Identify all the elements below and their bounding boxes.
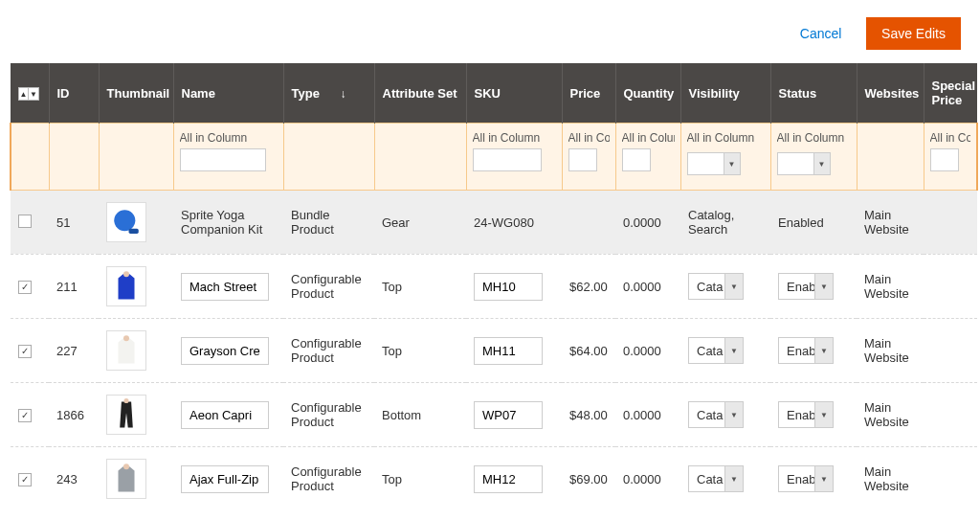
status-select[interactable]: Enab▼ <box>778 401 834 428</box>
header-special-price[interactable]: Special Price <box>924 63 977 124</box>
filter-name-input[interactable] <box>180 148 266 171</box>
filter-qty-cell: All in Column <box>615 124 680 191</box>
header-websites[interactable]: Websites <box>857 63 924 124</box>
row-checkbox[interactable] <box>18 215 32 228</box>
svg-point-2 <box>123 271 129 277</box>
filter-status-select[interactable]: ▼ <box>777 152 831 175</box>
cell-price <box>562 191 615 255</box>
cell-special-price <box>924 383 977 447</box>
action-bar: Cancel Save Edits <box>10 10 970 63</box>
status-select[interactable]: Enab▼ <box>778 273 834 300</box>
cell-status: Enab▼ <box>770 447 857 511</box>
svg-rect-1 <box>129 229 139 234</box>
cell-name <box>173 447 283 511</box>
cell-price: $64.00 <box>562 319 615 383</box>
visibility-select[interactable]: Cata▼ <box>688 465 744 492</box>
name-input[interactable] <box>181 273 269 301</box>
filter-sku-input[interactable] <box>473 148 542 171</box>
cell-websites: Main Website <box>857 383 924 447</box>
header-thumbnail[interactable]: Thumbnail <box>99 63 173 124</box>
chevron-down-icon[interactable]: ▼ <box>724 273 744 300</box>
cancel-button[interactable]: Cancel <box>794 25 848 42</box>
cell-visibility: Catalog, Search <box>680 191 770 255</box>
header-type-label: Type <box>292 86 320 101</box>
cell-attribute-set: Gear <box>374 191 466 255</box>
chevron-down-icon[interactable]: ▼ <box>724 152 741 175</box>
save-edits-button[interactable]: Save Edits <box>866 17 961 50</box>
name-input[interactable] <box>181 401 269 429</box>
cell-sku <box>466 319 562 383</box>
header-sku[interactable]: SKU <box>466 63 562 124</box>
chevron-down-icon[interactable]: ▼ <box>724 465 744 492</box>
cell-id: 1866 <box>49 383 99 447</box>
header-attribute-set[interactable]: Attribute Set <box>374 63 466 124</box>
filter-label: All in Column <box>180 131 278 145</box>
filter-row: All in Column All in Column All in Colum… <box>11 124 977 191</box>
header-quantity[interactable]: Quantity <box>615 63 680 124</box>
sku-input[interactable] <box>474 465 543 493</box>
chevron-down-icon[interactable]: ▼ <box>814 465 834 492</box>
svg-point-5 <box>123 463 129 469</box>
chevron-down-icon[interactable]: ▼ <box>813 152 831 175</box>
header-select-all[interactable]: ▲▼ <box>11 63 49 124</box>
filter-label: All in Column <box>622 131 675 145</box>
cell-type: Configurable Product <box>283 447 374 511</box>
row-checkbox[interactable]: ✓ <box>18 281 32 294</box>
cell-attribute-set: Top <box>374 319 466 383</box>
select-all-toggle[interactable]: ▲▼ <box>18 87 39 101</box>
row-checkbox[interactable]: ✓ <box>18 473 32 486</box>
name-input[interactable] <box>181 337 269 365</box>
chevron-down-icon[interactable]: ▼ <box>724 401 744 428</box>
svg-point-4 <box>123 398 128 403</box>
status-select[interactable]: Enab▼ <box>778 465 834 492</box>
cell-visibility: Cata▼ <box>680 319 770 383</box>
cell-special-price <box>924 319 977 383</box>
filter-visibility-cell: All in Column ▼ <box>680 124 770 191</box>
header-visibility[interactable]: Visibility <box>680 63 770 124</box>
row-checkbox[interactable]: ✓ <box>18 345 32 358</box>
cell-id: 243 <box>49 447 99 511</box>
table-header-row: ▲▼ ID Thumbnail Name Type ↓ Attribute Se… <box>11 63 977 124</box>
chevron-down-icon[interactable]: ▼ <box>814 337 834 364</box>
chevron-down-icon[interactable]: ▼ <box>814 401 834 428</box>
product-thumbnail[interactable] <box>106 330 146 371</box>
visibility-select[interactable]: Cata▼ <box>688 273 744 300</box>
filter-visibility-select[interactable]: ▼ <box>687 152 741 175</box>
product-thumbnail[interactable] <box>106 266 146 306</box>
chevron-down-icon[interactable]: ▼ <box>814 273 834 300</box>
cell-id: 211 <box>49 255 99 319</box>
header-status[interactable]: Status <box>770 63 857 124</box>
filter-qty-input[interactable] <box>622 148 651 171</box>
header-type[interactable]: Type ↓ <box>283 63 374 124</box>
filter-sku-cell: All in Column <box>466 124 562 191</box>
header-id[interactable]: ID <box>49 63 99 124</box>
cell-status: Enabled <box>770 191 857 255</box>
row-checkbox[interactable]: ✓ <box>18 409 32 422</box>
product-thumbnail[interactable] <box>106 459 146 499</box>
product-thumbnail[interactable] <box>106 395 146 435</box>
filter-price-input[interactable] <box>568 148 597 171</box>
cell-websites: Main Website <box>857 319 924 383</box>
visibility-select[interactable]: Cata▼ <box>688 337 744 364</box>
cell-quantity: 0.0000 <box>615 255 680 319</box>
cell-type: Configurable Product <box>283 383 374 447</box>
sku-input[interactable] <box>474 273 543 301</box>
cell-type: Bundle Product <box>283 191 374 255</box>
chevron-down-icon[interactable]: ▼ <box>724 337 744 364</box>
filter-special-price-input[interactable] <box>930 148 959 171</box>
cell-id: 51 <box>49 191 99 255</box>
cell-name <box>173 255 283 319</box>
header-name[interactable]: Name <box>173 63 283 124</box>
product-thumbnail[interactable] <box>106 202 146 242</box>
header-price[interactable]: Price <box>562 63 615 124</box>
sku-input[interactable] <box>474 401 543 429</box>
cell-status: Enab▼ <box>770 383 857 447</box>
filter-label: All in Column <box>930 131 971 145</box>
product-table: ▲▼ ID Thumbnail Name Type ↓ Attribute Se… <box>10 63 978 510</box>
status-select[interactable]: Enab▼ <box>778 337 834 364</box>
cell-sku <box>466 383 562 447</box>
sku-input[interactable] <box>474 337 543 365</box>
filter-label: All in Column <box>568 131 610 145</box>
visibility-select[interactable]: Cata▼ <box>688 401 744 428</box>
name-input[interactable] <box>181 465 269 493</box>
